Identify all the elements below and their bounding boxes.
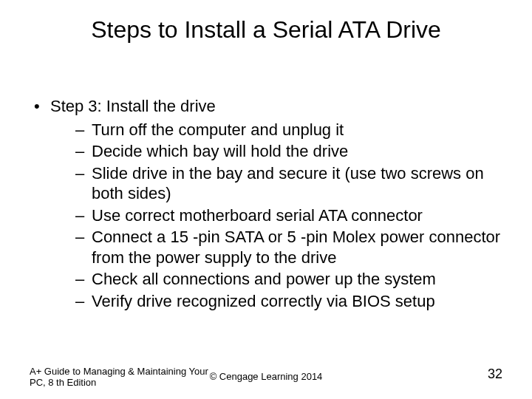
bullet-level2: Check all connections and power up the s…	[50, 269, 502, 290]
bullet-level2: Slide drive in the bay and secure it (us…	[50, 163, 502, 204]
slide-title: Steps to Install a Serial ATA Drive	[0, 16, 532, 44]
slide: Steps to Install a Serial ATA Drive Step…	[0, 0, 532, 399]
bullet-level2: Turn off the computer and unplug it	[50, 120, 502, 140]
bullet-text: Step 3: Install the drive	[50, 97, 216, 115]
page-number: 32	[488, 366, 502, 383]
bullet-level2: Connect a 15 -pin SATA or 5 -pin Molex p…	[50, 227, 502, 267]
bullet-level2: Use correct motherboard serial ATA conne…	[50, 205, 502, 226]
bullet-level2: Verify drive recognized correctly via BI…	[50, 291, 502, 312]
footer-copyright: © Cengage Learning 2014	[30, 371, 502, 383]
slide-body: Step 3: Install the drive Turn off the c…	[30, 96, 502, 316]
bullet-level1: Step 3: Install the drive Turn off the c…	[30, 96, 502, 311]
bullet-level2: Decide which bay will hold the drive	[50, 141, 502, 162]
